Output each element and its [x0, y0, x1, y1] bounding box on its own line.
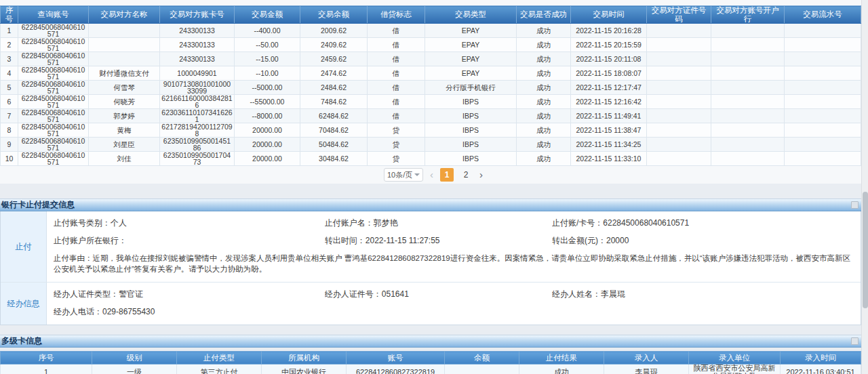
table-cell: 2484.62 — [300, 81, 368, 95]
table-cell: IBPS — [425, 138, 517, 152]
field-agent-cert-number: 经办人证件号：051641 — [325, 289, 552, 300]
table-cell — [711, 109, 785, 123]
table-cell: 成功 — [517, 38, 571, 52]
table-cell — [711, 123, 785, 138]
table-cell: 6228450068040610571 — [18, 95, 89, 109]
table-cell: 6235010990500145186 — [160, 138, 235, 152]
table-cell — [647, 109, 711, 123]
table-cell: 4 — [1, 66, 18, 81]
collapse-icon[interactable] — [851, 201, 859, 209]
table-cell — [647, 52, 711, 66]
table-cell: 成功 — [517, 123, 571, 138]
stop-pay-panel: 止付 止付账号类别：个人 止付账户名：郭梦艳 止付账/卡号：6228450068… — [0, 211, 861, 325]
page-size-select[interactable]: 10条/页 — [384, 168, 423, 182]
column-header: 止付类型 — [177, 352, 262, 365]
table-cell: 243300133 — [160, 52, 235, 66]
column-header: 交易是否成功 — [517, 6, 571, 24]
table-row: 56228450068040610571何雪琴90107130801001000… — [1, 81, 861, 95]
transaction-panel: 序号查询账号交易对方名称交易对方账卡号交易金额交易余额借贷标志交易类型交易是否成… — [0, 0, 868, 184]
table-cell: 成功 — [517, 24, 571, 38]
column-header: 交易金额 — [235, 6, 300, 24]
table-row: 46228450068040610571财付通微信支付1000049901--1… — [1, 66, 861, 81]
table-cell: 借 — [368, 95, 425, 109]
table-cell — [647, 138, 711, 152]
table-row: 76228450068040610571郭梦婷62303611010734162… — [1, 109, 861, 123]
column-header: 所属机构 — [262, 352, 347, 365]
transaction-table-body: 16228450068040610571243300133--400.00200… — [1, 24, 861, 166]
table-cell — [785, 66, 861, 81]
table-cell: 成功 — [517, 52, 571, 66]
table-cell: 6228450068040610571 — [18, 52, 89, 66]
table-cell: --50.00 — [235, 38, 300, 52]
column-header: 交易类型 — [425, 6, 517, 24]
section-title: 银行卡止付提交信息 — [1, 199, 75, 211]
column-header: 止付结果 — [519, 352, 604, 365]
field-transfer-time: 转出时间：2022-11-15 11:27:55 — [325, 235, 552, 247]
table-cell: 6 — [1, 95, 18, 109]
table-cell — [647, 95, 711, 109]
table-cell: 第三方止付 — [177, 365, 262, 374]
column-header: 交易对方证件号码 — [647, 6, 711, 24]
table-cell: 30484.62 — [300, 152, 368, 166]
table-cell: 成功 — [517, 95, 571, 109]
page-button-2[interactable]: 2 — [459, 168, 473, 182]
table-cell: --55000.00 — [235, 95, 300, 109]
table-cell: 8 — [1, 123, 18, 138]
table-row: 1一级第三方止付中国农业银行6228412860827322819成功李晨琨陕西… — [1, 365, 861, 374]
table-cell — [711, 52, 785, 66]
prev-page-button[interactable]: ‹ — [429, 169, 435, 181]
table-cell: 7484.62 — [300, 95, 368, 109]
table-cell: 62484.62 — [300, 109, 368, 123]
table-cell: 2022-11-15 20:11:08 — [571, 52, 647, 66]
table-cell: 2459.62 — [300, 52, 368, 66]
table-cell: 6228450068040610571 — [18, 38, 89, 52]
stop-pay-fields: 止付账号类别：个人 止付账户名：郭梦艳 止付账/卡号：6228450068040… — [54, 214, 851, 251]
agent-group: 经办信息 经办人证件类型：警官证 经办人证件号：051641 经办人姓名：李晨琨… — [1, 283, 861, 325]
table-cell: 2022-11-16 03:40:51 — [781, 365, 861, 374]
table-cell: 黄梅 — [89, 123, 160, 138]
table-cell: 成功 — [517, 81, 571, 95]
table-cell: 2022-11-15 11:49:41 — [571, 109, 647, 123]
table-cell: 2022-11-15 11:34:25 — [571, 138, 647, 152]
column-header: 交易对方账卡号 — [160, 6, 235, 24]
vertical-scrollbar[interactable] — [861, 0, 868, 374]
field-bank: 止付账户所在银行： — [54, 235, 325, 247]
table-cell: EPAY — [425, 66, 517, 81]
field-transfer-amount: 转出金额(元)：20000 — [552, 235, 851, 247]
table-row: 66228450068040610571何晓芳62166116000038428… — [1, 95, 861, 109]
table-cell: IBPS — [425, 152, 517, 166]
table-cell: --10.00 — [235, 66, 300, 81]
table-row: 106228450068040610571刘佳62350109905001704… — [1, 152, 861, 166]
table-cell: EPAY — [425, 52, 517, 66]
table-cell — [785, 152, 861, 166]
table-row: 96228450068040610571刘星臣62350109905001451… — [1, 138, 861, 152]
table-cell: 6235010990500170473 — [160, 152, 235, 166]
table-cell: 20000.00 — [235, 138, 300, 152]
multi-card-section-header: 多级卡信息 — [0, 335, 868, 348]
table-cell — [711, 152, 785, 166]
column-header: 交易流水号 — [785, 6, 861, 24]
column-header: 交易对方账号开户行 — [711, 6, 785, 24]
multi-card-table-header: 序号级别止付类型所属机构账号余额止付结果录入人录入单位录入时间 — [1, 352, 861, 365]
table-cell: EPAY — [425, 24, 517, 38]
column-header: 录入单位 — [689, 352, 781, 365]
table-cell — [711, 38, 785, 52]
table-cell: 1 — [1, 365, 92, 374]
next-page-button[interactable]: › — [478, 169, 484, 181]
collapse-icon[interactable] — [851, 337, 859, 345]
table-cell: 2474.62 — [300, 66, 368, 81]
page-button-1[interactable]: 1 — [440, 168, 454, 182]
transaction-table-header: 序号查询账号交易对方名称交易对方账卡号交易金额交易余额借贷标志交易类型交易是否成… — [1, 6, 861, 24]
table-cell: 6228450068040610571 — [18, 123, 89, 138]
column-header: 查询账号 — [18, 6, 89, 24]
table-cell: 贷 — [368, 152, 425, 166]
column-header: 借贷标志 — [368, 6, 425, 24]
table-cell: 2022-11-15 20:15:59 — [571, 38, 647, 52]
table-cell: 借 — [368, 38, 425, 52]
table-cell: 2022-11-15 18:08:07 — [571, 66, 647, 81]
table-row: 36228450068040610571243300133--15.002459… — [1, 52, 861, 66]
table-cell: 陕西省西安市公安局高新分局刑警大队 — [689, 365, 781, 374]
scrollbar-thumb[interactable] — [863, 192, 868, 308]
stop-pay-group-content: 止付账号类别：个人 止付账户名：郭梦艳 止付账/卡号：6228450068040… — [47, 211, 861, 282]
table-cell — [445, 365, 519, 374]
